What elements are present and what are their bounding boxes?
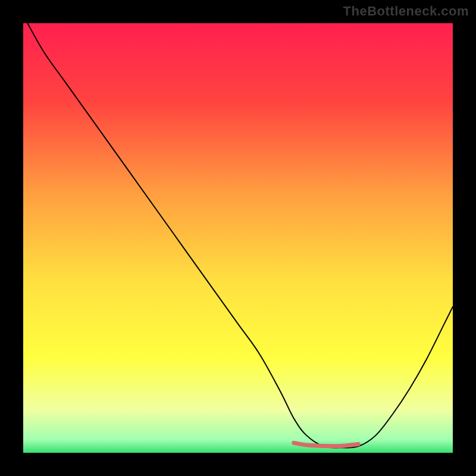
gradient-background xyxy=(23,23,453,453)
chart-svg xyxy=(23,23,453,453)
plot-area xyxy=(23,23,453,453)
watermark-label: TheBottleneck.com xyxy=(343,4,469,19)
chart-frame: TheBottleneck.com xyxy=(0,0,476,476)
